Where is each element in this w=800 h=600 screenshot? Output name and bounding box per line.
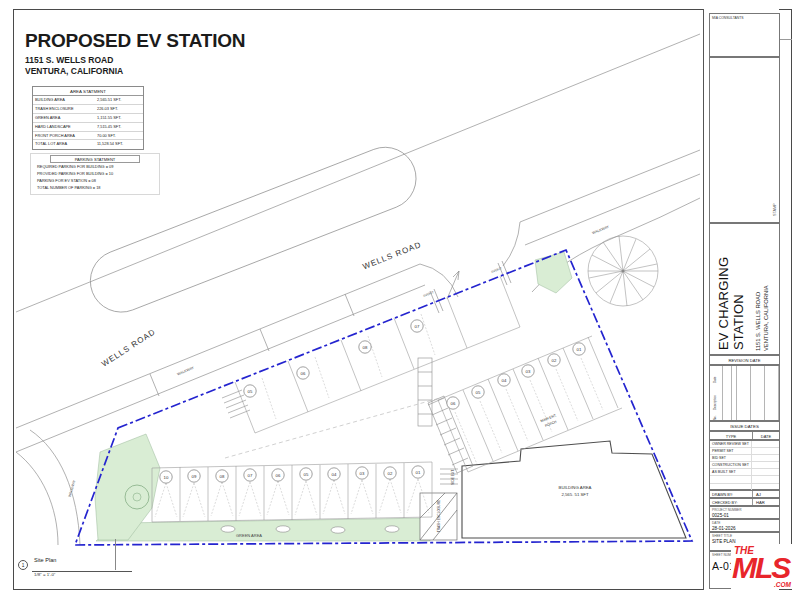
revision-grid-lines <box>722 366 779 420</box>
view-title-divider <box>115 539 116 570</box>
parking-line: TOTAL NUMBER OF PARKING = 18 <box>34 185 156 191</box>
view-title: 1 Site Plan 1/8" = 1'-0" <box>18 551 158 577</box>
stall-number: 09 <box>192 474 197 479</box>
row-label: BUILDING AREA <box>35 96 97 104</box>
table-row: HARD LANDSCAPE7,515.45 SFT. <box>33 123 143 132</box>
site-address-line2: VENTURA, CALIFORNIA <box>25 66 245 77</box>
logo-mls-text: MLS <box>732 551 789 585</box>
table-row: TOTAL LOT AREA11,528.54 SFT. <box>33 140 143 149</box>
stall-number: 01 <box>577 347 582 352</box>
stall-number: 04 <box>332 472 337 477</box>
parking-line: PARKING FOR EV STATION = 08 <box>34 178 156 184</box>
row-label: TOTAL LOT AREA <box>35 140 97 149</box>
project-address-line2: VENTURA, CALIFORNIA <box>764 285 770 351</box>
building-area-value: 2,565. 51 SFT <box>561 492 589 497</box>
consultant-box: MIA CONSULTANTS <box>709 13 780 57</box>
stall-number: 05 <box>304 472 309 477</box>
building-area-label: BUILDING AREA <box>559 485 592 490</box>
mls-logo: THE MLS .COM <box>731 544 792 589</box>
checked-by-value: HAR <box>752 499 779 505</box>
issue-row: PERMIT SET <box>710 448 779 455</box>
revision-grid: Date Description No. <box>709 365 780 421</box>
project-number-label: PROJECT NUMBER <box>712 508 779 512</box>
row-label: TRASH ENCLOSURE <box>35 105 97 113</box>
row-value: 1,151.55 SFT. <box>97 114 141 122</box>
stall-number: 03 <box>526 369 531 374</box>
green-patch-north <box>535 252 572 293</box>
view-name: Site Plan <box>34 557 56 563</box>
issue-row: OWNER REVIEW SET <box>710 441 779 448</box>
ev-car-marks <box>262 314 435 419</box>
table-row: TRASH ENCLOSURE226.03 SFT. <box>33 105 143 114</box>
stamp-label: STAMP <box>774 203 778 216</box>
issue-dates-header: ISSUE DATES <box>709 421 780 431</box>
stall-number: 02 <box>388 471 393 476</box>
inout-label: IN/OUT <box>423 290 435 298</box>
project-address-line1: 1151 S. WELLS ROAD <box>756 292 762 351</box>
revision-col-date: Date <box>714 377 717 383</box>
stall-number: 01 <box>416 470 421 475</box>
ev-stall-band <box>235 276 520 433</box>
ramp <box>418 358 432 426</box>
stamp-box: STAMP <box>709 57 780 223</box>
table-row: GREEN AREA1,151.55 SFT. <box>33 114 143 123</box>
view-scale: 1/8" = 1'-0" <box>34 572 55 577</box>
side-stair <box>440 469 458 484</box>
row-value: 7,515.45 SFT. <box>97 123 141 131</box>
stall-number: 08 <box>363 345 368 350</box>
row-value: 2,565.51 SFT. <box>97 96 141 104</box>
date-block: DATE 28-01-2026 <box>709 519 780 532</box>
walkway-label: WALKWAY <box>68 479 77 498</box>
revision-header: REVISION DATE <box>709 355 780 365</box>
date-column-header: DATE <box>752 432 779 439</box>
walkway-joints <box>150 261 511 396</box>
stall-number: 03 <box>360 471 365 476</box>
green-band-south <box>96 518 430 541</box>
view-number-bubble: 1 <box>18 560 28 570</box>
stall-number: 06 <box>301 371 306 376</box>
stall-number: 10 <box>164 475 169 480</box>
drawn-by-value: AJ <box>752 491 779 497</box>
stall-number: 05 <box>248 389 253 394</box>
consultant-name: MIA CONSULTANTS <box>710 14 779 20</box>
row-label: FRONT PORCH AREA <box>35 132 97 140</box>
stall-numbers-ev: 05 06 08 07 <box>244 320 423 397</box>
stall-number: 07 <box>248 473 253 478</box>
type-column-header: TYPE <box>710 432 752 439</box>
accessible-route <box>225 398 440 458</box>
parking-line: REQUIRED PARKING FOR BUILDING = 09 <box>34 164 156 170</box>
issue-row: BID SET <box>710 455 779 462</box>
checked-by-label: CHECKED BY: <box>710 499 752 505</box>
stall-number: 05 <box>476 390 481 395</box>
parking-statement-title: PARKING STATMENT <box>50 155 140 163</box>
ramp-and-stairs <box>222 358 458 484</box>
wells-road-label: WELLS ROAD <box>100 327 157 369</box>
issue-type-header-row: TYPE DATE <box>709 431 780 440</box>
title-block: MIA CONSULTANTS STAMP EV CHARGING STATIO… <box>703 9 779 590</box>
inout-label: IN/OUT <box>491 266 503 274</box>
project-title-box: EV CHARGING STATION 1151 S. WELLS ROAD V… <box>709 223 780 355</box>
side-ext-label: SIDE EXT. <box>451 469 455 485</box>
row-label: GREEN AREA <box>35 114 97 122</box>
trash-enclosure-label: TRASH ENCLOSURE <box>437 499 441 532</box>
parking-line: PROVIDED PARKING FOR BUILDING = 10 <box>34 171 156 177</box>
stall-number: 06 <box>276 473 281 478</box>
turning-radius-fan <box>588 236 658 306</box>
row-value: 70.00 SFT. <box>97 132 141 140</box>
drawing-header: PROPOSED EV STATION 1151 S. WELLS ROAD V… <box>25 30 245 77</box>
stall-number: 06 <box>451 401 456 406</box>
date-label: DATE <box>712 521 779 525</box>
row-value: 226.03 SFT. <box>97 105 141 113</box>
area-statement-table: AREA STATMENT BUILDING AREA2,565.51 SFT.… <box>32 86 144 150</box>
sheet-title-label: SHEET TITLE <box>712 534 779 538</box>
area-statement-title: AREA STATMENT <box>33 87 143 96</box>
row-value: 11,528.54 SFT. <box>97 140 141 149</box>
stall-number: 08 <box>220 474 225 479</box>
issue-rows: OWNER REVIEW SET PERMIT SET BID SET CONS… <box>709 440 780 490</box>
drawn-by-label: DRAWN BY: <box>710 491 752 497</box>
issue-row-empty <box>710 476 779 483</box>
table-row: BUILDING AREA2,565.51 SFT. <box>33 96 143 105</box>
walkway-label: WALKWAY <box>592 225 611 236</box>
site-address-line1: 1151 S. WELLS ROAD <box>25 55 245 66</box>
date-value: 28-01-2026 <box>712 526 779 531</box>
